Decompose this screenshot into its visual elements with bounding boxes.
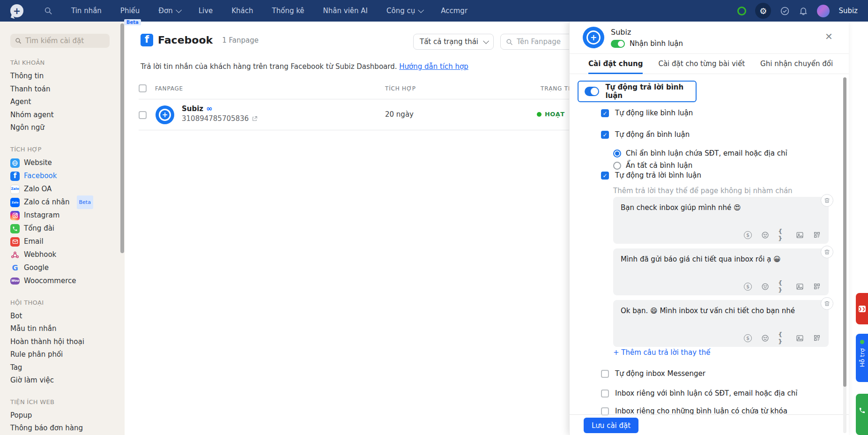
row-checkbox[interactable] — [139, 111, 147, 119]
search-icon[interactable] — [44, 7, 52, 15]
auto-hide-row[interactable]: ✓ Tự động ẩn bình luận — [601, 130, 690, 139]
hide-all-radio-row[interactable]: Ẩn tất cả bình luận — [613, 161, 692, 170]
select-all-checkbox[interactable] — [139, 84, 147, 92]
sidebar-search-input[interactable] — [25, 37, 100, 45]
auto-reply-toggle[interactable] — [585, 87, 599, 96]
auto-inbox-checkbox[interactable] — [601, 370, 609, 378]
tab-conversion-tracking[interactable]: Ghi nhận chuyển đổi — [760, 54, 833, 74]
add-reply-link[interactable]: + Thêm câu trả lời thay thế — [613, 348, 710, 357]
user-avatar[interactable] — [817, 5, 830, 17]
sidebar-item-routing-rule[interactable]: Rule phân phối — [10, 348, 125, 361]
sidebar-item-zalo-oa[interactable]: Zalo Zalo OA — [10, 183, 125, 196]
reply-textarea[interactable]: Ok bạn. 😄 Mình inbox tư vấn chi tiết cho… — [613, 300, 829, 347]
check-circle-icon[interactable] — [780, 6, 790, 16]
sidebar-item-message-templates[interactable]: Mẫu tin nhắn — [10, 322, 125, 336]
emoji-icon[interactable] — [761, 231, 769, 239]
inbox-keyword-checkbox[interactable] — [601, 407, 609, 415]
reply-textarea[interactable]: Bạn check inbox giúp mình nhé 😍 $ { } — [613, 197, 829, 244]
inbox-contact-checkbox[interactable] — [601, 390, 609, 398]
settings-gear-icon[interactable]: ⚙ — [755, 3, 771, 19]
sidebar-item-email[interactable]: Email — [10, 235, 125, 248]
variable-icon[interactable]: { } — [778, 282, 786, 291]
delete-reply-button[interactable] — [821, 297, 833, 310]
nav-item-orders[interactable]: Đơn — [158, 7, 179, 15]
tab-general-settings[interactable]: Cài đặt chung — [588, 54, 643, 74]
fanpage-name[interactable]: Subiz∞ — [182, 104, 212, 113]
sidebar-item-info[interactable]: Thông tin — [10, 70, 125, 83]
hide-all-radio[interactable] — [613, 162, 621, 170]
sidebar-item-callcenter[interactable]: Tổng đài — [10, 222, 125, 235]
subiz-logo-icon[interactable]: + — [10, 4, 23, 17]
variable-icon[interactable]: { } — [778, 334, 786, 342]
sidebar-item-instagram[interactable]: Instagram — [10, 209, 125, 222]
sidebar-item-tag[interactable]: Tag — [10, 361, 125, 375]
sidebar-item-webhook[interactable]: Webhook — [10, 248, 125, 262]
panel-scrollbar-thumb[interactable] — [843, 77, 846, 387]
sidebar-item-zalo-personal[interactable]: Zalo Zalo cá nhân Beta — [10, 196, 125, 209]
nav-item-ai-agent[interactable]: Nhân viên AI — [323, 7, 368, 15]
status-ring-icon[interactable] — [737, 7, 746, 15]
sidebar-item-popup[interactable]: Popup — [10, 409, 125, 422]
sidebar-scrollbar[interactable] — [120, 23, 124, 253]
sidebar-item-agent-group[interactable]: Nhóm agent — [10, 109, 125, 122]
nav-item-stats[interactable]: Thống kê — [272, 7, 304, 15]
receive-comments-toggle[interactable] — [611, 40, 625, 48]
delete-reply-button[interactable] — [821, 246, 833, 258]
bell-icon[interactable] — [799, 6, 808, 15]
sidebar-search[interactable] — [10, 34, 110, 48]
reply-textarea[interactable]: Mình đã gửi báo giá chi tiết qua inbox r… — [613, 248, 829, 295]
price-icon[interactable]: $ — [744, 231, 752, 239]
auto-reply-toggle-label: Tự động trả lời bình luận — [605, 83, 696, 100]
image-icon[interactable] — [795, 334, 804, 342]
nav-item-accmgr[interactable]: Accmgr — [441, 7, 467, 15]
status-filter-dropdown[interactable]: Tất cả trạng thái — [413, 34, 494, 50]
auto-hide-checkbox[interactable]: ✓ — [601, 131, 609, 139]
hide-contact-radio-row[interactable]: Chỉ ẩn bình luận chứa SĐT, email hoặc đị… — [613, 149, 787, 158]
user-name[interactable]: Subiz — [838, 7, 858, 15]
sidebar-item-language[interactable]: Ngôn ngữ — [10, 121, 125, 135]
nav-item-tools[interactable]: Công cụ — [386, 7, 422, 15]
image-icon[interactable] — [795, 282, 804, 291]
save-settings-button[interactable]: Lưu cài đặt — [584, 418, 638, 433]
inbox-contact-row[interactable]: Inbox riêng với bình luận có SĐT, email … — [601, 389, 797, 398]
product-blocks-icon[interactable] — [813, 334, 821, 342]
variable-icon[interactable]: { } — [778, 231, 786, 239]
sidebar-item-woocommerce[interactable]: Woo Woocommerce — [10, 275, 125, 288]
phone-icon — [10, 224, 20, 233]
auto-inbox-row[interactable]: Tự động inbox Messenger — [601, 369, 705, 378]
notification-edge-tab[interactable]: ❯❯ — [856, 293, 868, 324]
support-edge-tab[interactable]: Hỗ trợ — [856, 334, 868, 382]
auto-like-row[interactable]: ✓ Tự động like bình luận — [601, 109, 693, 117]
sidebar-item-website[interactable]: Website — [10, 157, 125, 170]
nav-item-live[interactable]: Live — [199, 7, 213, 15]
sidebar-item-google[interactable]: G Google — [10, 262, 125, 275]
nav-item-customers[interactable]: Khách — [231, 7, 253, 15]
nav-item-messages[interactable]: Tin nhắn — [71, 7, 102, 15]
price-icon[interactable]: $ — [744, 334, 752, 342]
auto-reply-comment-checkbox[interactable]: ✓ — [601, 172, 609, 180]
close-icon[interactable]: ✕ — [825, 31, 833, 42]
sidebar-item-facebook[interactable]: f Facebook — [10, 170, 125, 183]
sidebar-item-order-notification[interactable]: Thông báo đơn hàng — [10, 422, 125, 435]
sidebar-item-bot[interactable]: Bot — [10, 310, 125, 323]
emoji-icon[interactable] — [761, 334, 769, 342]
sidebar-item-billing[interactable]: Thanh toán — [10, 83, 125, 96]
nav-item-tickets[interactable]: Phiếu Beta — [120, 7, 140, 15]
product-blocks-icon[interactable] — [813, 282, 821, 291]
hide-contact-radio[interactable] — [613, 150, 621, 158]
product-blocks-icon[interactable] — [813, 231, 821, 239]
auto-reply-comment-row[interactable]: ✓ Tự động trả lời bình luận — [601, 171, 701, 180]
delete-reply-button[interactable] — [821, 194, 833, 207]
call-edge-tab[interactable] — [856, 394, 868, 435]
table-row[interactable]: + Subiz∞ 310894785705836 20 ngày HOẠT — [139, 99, 574, 130]
sidebar-item-agent[interactable]: Agent — [10, 96, 125, 109]
sidebar-item-working-hours[interactable]: Giờ làm việc — [10, 374, 125, 387]
external-link-icon[interactable] — [252, 116, 258, 122]
sidebar-item-finish-conversation[interactable]: Hoàn thành hội thoại — [10, 336, 125, 349]
image-icon[interactable] — [795, 231, 804, 239]
auto-like-checkbox[interactable]: ✓ — [601, 109, 609, 117]
emoji-icon[interactable] — [761, 282, 769, 291]
price-icon[interactable]: $ — [744, 283, 752, 291]
guide-link[interactable]: Hướng dẫn tích hợp — [399, 62, 468, 71]
tab-per-post-settings[interactable]: Cài đặt cho từng bài viết — [658, 54, 745, 74]
